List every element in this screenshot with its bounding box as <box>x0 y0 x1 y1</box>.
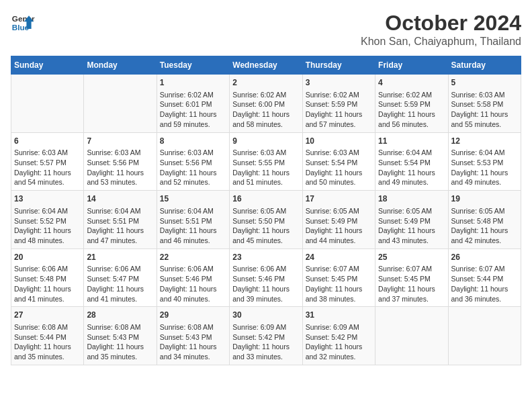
day-number: 23 <box>232 252 299 263</box>
calendar-cell: 30Sunrise: 6:09 AM Sunset: 5:42 PM Dayli… <box>230 307 302 365</box>
day-number: 25 <box>378 252 445 263</box>
day-number: 10 <box>306 136 372 147</box>
day-number: 22 <box>160 252 226 263</box>
calendar-cell: 10Sunrise: 6:03 AM Sunset: 5:54 PM Dayli… <box>302 132 375 191</box>
day-number: 28 <box>87 310 153 321</box>
day-number: 15 <box>160 193 226 205</box>
calendar-cell: 12Sunrise: 6:04 AM Sunset: 5:53 PM Dayli… <box>448 132 521 191</box>
day-content: Sunrise: 6:02 AM Sunset: 5:59 PM Dayligh… <box>306 90 372 130</box>
day-number: 5 <box>451 77 518 89</box>
calendar-cell: 2Sunrise: 6:02 AM Sunset: 6:00 PM Daylig… <box>230 75 302 133</box>
calendar-cell: 8Sunrise: 6:03 AM Sunset: 5:56 PM Daylig… <box>157 132 229 191</box>
day-content: Sunrise: 6:06 AM Sunset: 5:46 PM Dayligh… <box>160 264 226 304</box>
day-content: Sunrise: 6:05 AM Sunset: 5:50 PM Dayligh… <box>232 206 299 246</box>
day-content: Sunrise: 6:06 AM Sunset: 5:48 PM Dayligh… <box>14 264 81 304</box>
calendar-cell: 9Sunrise: 6:03 AM Sunset: 5:55 PM Daylig… <box>230 132 302 191</box>
day-content: Sunrise: 6:04 AM Sunset: 5:51 PM Dayligh… <box>160 206 226 246</box>
day-number: 13 <box>14 193 81 205</box>
day-content: Sunrise: 6:09 AM Sunset: 5:42 PM Dayligh… <box>232 322 299 362</box>
day-content: Sunrise: 6:03 AM Sunset: 5:55 PM Dayligh… <box>232 148 299 187</box>
day-content: Sunrise: 6:03 AM Sunset: 5:54 PM Dayligh… <box>306 148 372 187</box>
day-content: Sunrise: 6:08 AM Sunset: 5:43 PM Dayligh… <box>87 322 153 362</box>
calendar-week-2: 6Sunrise: 6:03 AM Sunset: 5:57 PM Daylig… <box>11 132 521 191</box>
calendar-body: 1Sunrise: 6:02 AM Sunset: 6:01 PM Daylig… <box>11 75 521 365</box>
day-content: Sunrise: 6:02 AM Sunset: 6:01 PM Dayligh… <box>160 90 226 130</box>
calendar-cell <box>11 75 84 133</box>
svg-text:General: General <box>12 14 35 23</box>
calendar-cell: 6Sunrise: 6:03 AM Sunset: 5:57 PM Daylig… <box>11 132 84 191</box>
header-row: Sunday Monday Tuesday Wednesday Thursday… <box>11 56 521 75</box>
calendar-cell: 19Sunrise: 6:05 AM Sunset: 5:48 PM Dayli… <box>448 191 521 249</box>
day-content: Sunrise: 6:07 AM Sunset: 5:45 PM Dayligh… <box>306 264 372 304</box>
day-number: 2 <box>232 77 299 89</box>
day-number: 30 <box>232 310 299 321</box>
day-number: 31 <box>306 310 372 321</box>
day-number: 20 <box>14 252 81 263</box>
day-number: 27 <box>14 310 81 321</box>
day-content: Sunrise: 6:04 AM Sunset: 5:53 PM Dayligh… <box>451 148 518 187</box>
calendar-cell: 5Sunrise: 6:03 AM Sunset: 5:58 PM Daylig… <box>448 75 521 133</box>
col-tuesday: Tuesday <box>157 56 229 75</box>
day-number: 17 <box>306 193 372 205</box>
day-content: Sunrise: 6:02 AM Sunset: 6:00 PM Dayligh… <box>232 90 299 130</box>
calendar-cell: 22Sunrise: 6:06 AM Sunset: 5:46 PM Dayli… <box>157 248 229 307</box>
calendar-cell: 18Sunrise: 6:05 AM Sunset: 5:49 PM Dayli… <box>375 191 448 249</box>
page-title: October 2024 <box>361 11 521 36</box>
day-content: Sunrise: 6:04 AM Sunset: 5:54 PM Dayligh… <box>378 148 445 187</box>
calendar-cell: 27Sunrise: 6:08 AM Sunset: 5:44 PM Dayli… <box>11 307 84 365</box>
calendar-week-5: 27Sunrise: 6:08 AM Sunset: 5:44 PM Dayli… <box>11 307 521 365</box>
day-content: Sunrise: 6:04 AM Sunset: 5:51 PM Dayligh… <box>87 206 153 246</box>
day-number: 3 <box>306 77 372 89</box>
day-number: 12 <box>451 136 518 147</box>
day-content: Sunrise: 6:05 AM Sunset: 5:49 PM Dayligh… <box>378 206 445 246</box>
day-content: Sunrise: 6:05 AM Sunset: 5:49 PM Dayligh… <box>306 206 372 246</box>
calendar-cell: 24Sunrise: 6:07 AM Sunset: 5:45 PM Dayli… <box>302 248 375 307</box>
day-content: Sunrise: 6:06 AM Sunset: 5:47 PM Dayligh… <box>87 264 153 304</box>
col-thursday: Thursday <box>302 56 375 75</box>
col-friday: Friday <box>375 56 448 75</box>
day-content: Sunrise: 6:03 AM Sunset: 5:56 PM Dayligh… <box>160 148 226 187</box>
logo-icon: General Blue <box>11 11 35 35</box>
day-number: 19 <box>451 193 518 205</box>
day-number: 24 <box>306 252 372 263</box>
calendar-cell: 28Sunrise: 6:08 AM Sunset: 5:43 PM Dayli… <box>84 307 157 365</box>
col-monday: Monday <box>84 56 157 75</box>
day-content: Sunrise: 6:06 AM Sunset: 5:46 PM Dayligh… <box>232 264 299 304</box>
day-content: Sunrise: 6:04 AM Sunset: 5:52 PM Dayligh… <box>14 206 81 246</box>
day-content: Sunrise: 6:03 AM Sunset: 5:56 PM Dayligh… <box>87 148 153 187</box>
day-number: 21 <box>87 252 153 263</box>
calendar-cell <box>84 75 157 133</box>
day-number: 6 <box>14 136 81 147</box>
calendar-cell: 14Sunrise: 6:04 AM Sunset: 5:51 PM Dayli… <box>84 191 157 249</box>
calendar-cell: 25Sunrise: 6:07 AM Sunset: 5:45 PM Dayli… <box>375 248 448 307</box>
day-content: Sunrise: 6:05 AM Sunset: 5:48 PM Dayligh… <box>451 206 518 246</box>
day-content: Sunrise: 6:03 AM Sunset: 5:58 PM Dayligh… <box>451 90 518 130</box>
col-sunday: Sunday <box>11 56 84 75</box>
calendar-cell: 23Sunrise: 6:06 AM Sunset: 5:46 PM Dayli… <box>230 248 302 307</box>
page-subtitle: Khon San, Chaiyaphum, Thailand <box>361 36 521 48</box>
calendar-cell: 7Sunrise: 6:03 AM Sunset: 5:56 PM Daylig… <box>84 132 157 191</box>
day-number: 4 <box>378 77 445 89</box>
day-number: 29 <box>160 310 226 321</box>
calendar-cell: 13Sunrise: 6:04 AM Sunset: 5:52 PM Dayli… <box>11 191 84 249</box>
col-wednesday: Wednesday <box>230 56 302 75</box>
calendar-cell: 29Sunrise: 6:08 AM Sunset: 5:43 PM Dayli… <box>157 307 229 365</box>
day-number: 14 <box>87 193 153 205</box>
calendar-week-3: 13Sunrise: 6:04 AM Sunset: 5:52 PM Dayli… <box>11 191 521 249</box>
day-content: Sunrise: 6:07 AM Sunset: 5:45 PM Dayligh… <box>378 264 445 304</box>
calendar-cell: 26Sunrise: 6:07 AM Sunset: 5:44 PM Dayli… <box>448 248 521 307</box>
logo: General Blue <box>11 11 35 35</box>
page-header: General Blue October 2024 Khon San, Chai… <box>11 11 521 48</box>
day-number: 16 <box>232 193 299 205</box>
calendar-week-1: 1Sunrise: 6:02 AM Sunset: 6:01 PM Daylig… <box>11 75 521 133</box>
calendar-cell: 17Sunrise: 6:05 AM Sunset: 5:49 PM Dayli… <box>302 191 375 249</box>
calendar-cell: 4Sunrise: 6:02 AM Sunset: 5:59 PM Daylig… <box>375 75 448 133</box>
day-number: 11 <box>378 136 445 147</box>
calendar-cell: 11Sunrise: 6:04 AM Sunset: 5:54 PM Dayli… <box>375 132 448 191</box>
calendar-cell: 21Sunrise: 6:06 AM Sunset: 5:47 PM Dayli… <box>84 248 157 307</box>
day-content: Sunrise: 6:03 AM Sunset: 5:57 PM Dayligh… <box>14 148 81 187</box>
calendar-cell: 31Sunrise: 6:09 AM Sunset: 5:42 PM Dayli… <box>302 307 375 365</box>
calendar-table: Sunday Monday Tuesday Wednesday Thursday… <box>11 56 521 365</box>
calendar-cell: 16Sunrise: 6:05 AM Sunset: 5:50 PM Dayli… <box>230 191 302 249</box>
calendar-cell: 1Sunrise: 6:02 AM Sunset: 6:01 PM Daylig… <box>157 75 229 133</box>
